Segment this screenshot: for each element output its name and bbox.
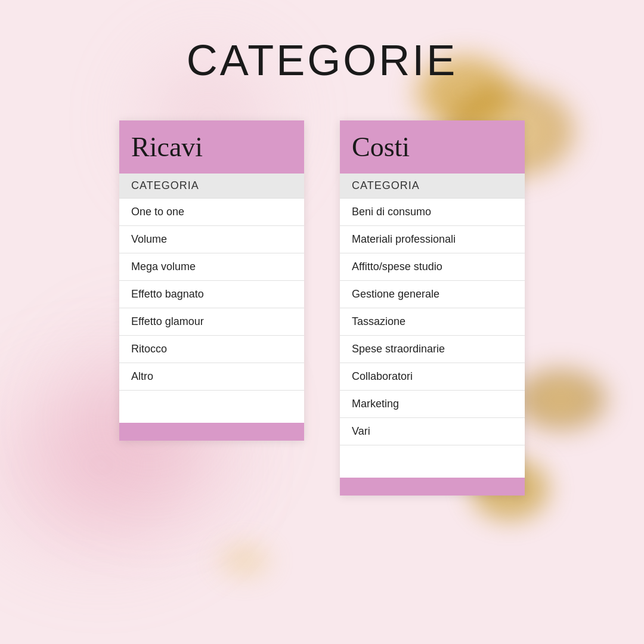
- list-item: Altro: [119, 363, 304, 391]
- list-item: Materiali professionali: [340, 226, 525, 253]
- list-item: Effetto glamour: [119, 308, 304, 336]
- list-item: Vari: [340, 418, 525, 445]
- list-item: Mega volume: [119, 253, 304, 281]
- list-item: Spese straordinarie: [340, 336, 525, 363]
- costi-title: Costi: [352, 131, 410, 163]
- list-item: Beni di consumo: [340, 199, 525, 226]
- ricavi-column-header: CATEGORIA: [119, 174, 304, 199]
- list-item: Volume: [119, 226, 304, 253]
- ricavi-table: Ricavi CATEGORIA One to one Volume Mega …: [119, 120, 304, 441]
- costi-empty-row: [340, 445, 525, 478]
- costi-header: Costi: [340, 120, 525, 174]
- tables-container: Ricavi CATEGORIA One to one Volume Mega …: [119, 120, 525, 496]
- list-item: Ritocco: [119, 336, 304, 363]
- ricavi-title: Ricavi: [131, 131, 203, 163]
- list-item: Effetto bagnato: [119, 281, 304, 308]
- costi-footer: [340, 478, 525, 496]
- list-item: Affitto/spese studio: [340, 253, 525, 281]
- costi-table: Costi CATEGORIA Beni di consumo Material…: [340, 120, 525, 496]
- ricavi-footer: [119, 423, 304, 441]
- list-item: Tassazione: [340, 308, 525, 336]
- ricavi-empty-row: [119, 391, 304, 423]
- list-item: Gestione generale: [340, 281, 525, 308]
- ricavi-header: Ricavi: [119, 120, 304, 174]
- main-content: CATEGORIE Ricavi CATEGORIA One to one Vo…: [0, 0, 644, 644]
- list-item: Marketing: [340, 391, 525, 418]
- list-item: Collaboratori: [340, 363, 525, 391]
- costi-column-header: CATEGORIA: [340, 174, 525, 199]
- page-title: CATEGORIE: [187, 36, 458, 85]
- list-item: One to one: [119, 199, 304, 226]
